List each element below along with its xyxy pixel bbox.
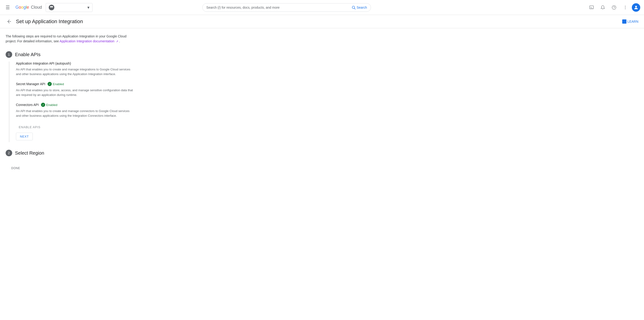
step-2-section: 2 Select Region — [6, 150, 205, 156]
doc-link[interactable]: Application Integration documentation ↗ — [60, 39, 119, 43]
step-1-header: 1 Enable APIs — [6, 51, 205, 58]
svg-point-10 — [625, 8, 626, 9]
google-cloud-logo[interactable]: Google Cloud — [16, 5, 42, 10]
page-title: Set up Application Integration — [16, 18, 83, 24]
doc-link-text: Application Integration documentation — [60, 39, 114, 43]
api-2-title-row: Secret Manager API ✓ Enabled — [16, 82, 205, 86]
api-3-title-row: Connectors API ✓ Enabled — [16, 103, 205, 107]
step-1-section: 1 Enable APIs Application Integration AP… — [6, 51, 205, 142]
api-2-enabled-label: Enabled — [53, 82, 64, 86]
intro-text: The following steps are required to run … — [6, 34, 205, 44]
search-label: Search — [357, 5, 367, 9]
external-link-icon: ↗ — [116, 40, 118, 43]
user-avatar[interactable] — [632, 3, 640, 12]
back-button[interactable] — [6, 18, 13, 25]
learn-button[interactable]: LEARN — [622, 19, 638, 24]
project-dropdown-arrow: ▾ — [87, 5, 90, 10]
topbar: ☰ Google Cloud ▾ Search (/) for resource… — [0, 0, 644, 15]
help-icon-btn[interactable] — [609, 3, 619, 12]
intro-line2: project. For detailed information, see — [6, 39, 59, 43]
api-3-enabled-label: Enabled — [46, 103, 57, 107]
logo-text: Google — [16, 5, 29, 10]
step-2-number: 2 — [6, 150, 12, 156]
api-1-name: Application Integration API (autopush) — [16, 61, 71, 65]
step-2-header: 2 Select Region — [6, 150, 205, 156]
api-2-enabled-badge: ✓ Enabled — [48, 82, 64, 86]
project-avatar — [49, 5, 54, 10]
api-2-enabled-check: ✓ — [48, 82, 52, 86]
topbar-right — [587, 3, 640, 12]
cloud-word: Cloud — [31, 5, 42, 10]
api-1-title-row: Application Integration API (autopush) — [16, 61, 205, 65]
api-3-enabled-badge: ✓ Enabled — [41, 103, 57, 107]
api-item-secretmanager: Secret Manager API ✓ Enabled An API that… — [16, 82, 205, 97]
learn-label: LEARN — [627, 20, 638, 23]
done-label: DONE — [6, 164, 205, 173]
search-bar-container: Search (/) for resources, docs, products… — [202, 3, 371, 12]
enable-apis-button[interactable]: ENABLE APIS — [16, 123, 43, 131]
api-2-description: An API that enables you to store, access… — [16, 88, 133, 97]
learn-icon — [622, 19, 626, 24]
svg-point-0 — [50, 6, 52, 7]
main-content: The following steps are required to run … — [0, 28, 211, 178]
api-item-appintegration: Application Integration API (autopush) A… — [16, 61, 205, 76]
svg-point-6 — [612, 5, 616, 9]
search-button[interactable]: Search — [352, 5, 367, 9]
api-3-description: An API that enables you to create and ma… — [16, 109, 133, 118]
menu-icon[interactable]: ☰ — [4, 3, 12, 12]
svg-point-8 — [625, 5, 626, 6]
svg-line-3 — [354, 8, 355, 9]
step-1-buttons: ENABLE APIS NEXT — [16, 123, 205, 140]
api-item-connectors: Connectors API ✓ Enabled An API that ena… — [16, 103, 205, 118]
bell-icon-btn[interactable] — [598, 3, 608, 12]
step-2-title: Select Region — [15, 150, 44, 156]
terminal-icon-btn[interactable] — [587, 3, 596, 12]
intro-suffix: . — [119, 39, 120, 43]
svg-rect-4 — [590, 5, 594, 9]
api-3-name: Connectors API — [16, 103, 39, 107]
api-3-enabled-check: ✓ — [41, 103, 45, 107]
project-selector[interactable]: ▾ — [46, 3, 92, 12]
svg-point-11 — [635, 5, 637, 7]
step-1-title: Enable APIs — [15, 52, 40, 57]
svg-point-9 — [625, 7, 626, 8]
api-1-description: An API that enables you to create and ma… — [16, 67, 133, 76]
more-options-icon-btn[interactable] — [620, 3, 630, 12]
api-2-name: Secret Manager API — [16, 82, 45, 86]
step-1-number: 1 — [6, 51, 12, 58]
step-1-content: Application Integration API (autopush) A… — [9, 61, 205, 142]
search-bar[interactable]: Search (/) for resources, docs, products… — [202, 3, 371, 12]
svg-point-1 — [52, 6, 53, 7]
next-button[interactable]: NEXT — [16, 133, 33, 140]
secondary-bar: Set up Application Integration LEARN — [0, 15, 644, 28]
intro-line1: The following steps are required to run … — [6, 34, 126, 38]
search-placeholder: Search (/) for resources, docs, products… — [206, 5, 350, 9]
